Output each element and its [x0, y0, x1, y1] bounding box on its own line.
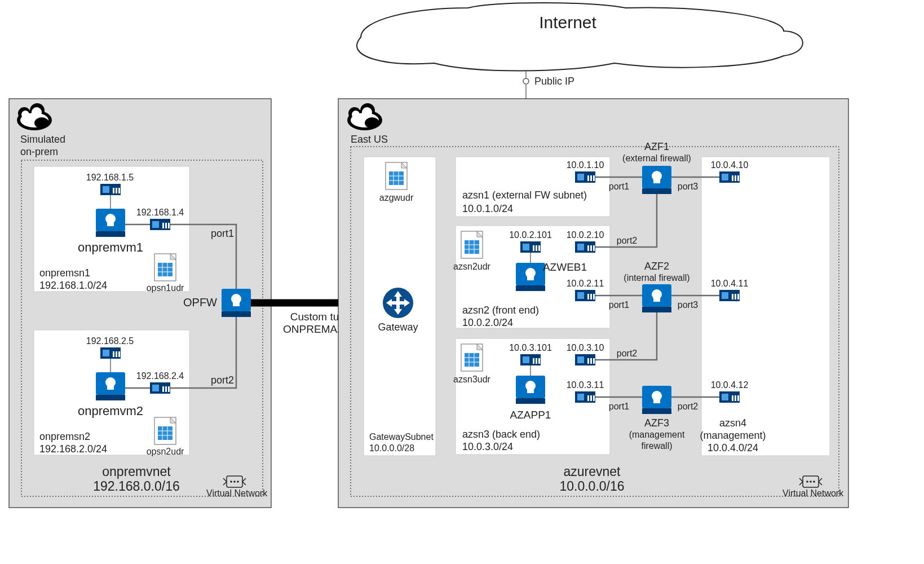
azf1-port2: port2	[617, 236, 638, 245]
svg-point-67	[813, 481, 815, 483]
azsn2-nicA: 10.0.2.101	[509, 230, 552, 240]
gwsub-cidr: 10.0.0.0/28	[369, 443, 414, 453]
svg-rect-146	[642, 307, 671, 312]
vm-icon	[642, 386, 671, 414]
svg-rect-125	[577, 356, 584, 363]
gwsub-name: GatewaySubnet	[369, 432, 434, 442]
gateway-label: Gateway	[378, 321, 418, 333]
svg-point-4	[21, 111, 29, 118]
svg-point-62	[362, 107, 372, 117]
svg-point-9	[233, 481, 236, 483]
svg-rect-99	[577, 244, 584, 250]
svg-rect-69	[389, 171, 404, 185]
azsn2-title: azsn2 (front end)	[462, 305, 539, 316]
svg-rect-76	[391, 301, 405, 305]
onpremsn2-cidr: 192.168.2.0/24	[39, 443, 107, 455]
nic-icon	[100, 347, 121, 359]
vm-icon	[642, 284, 671, 312]
azapp1-label: AZAPP1	[510, 409, 551, 421]
vm-icon	[516, 376, 545, 404]
svg-rect-19	[107, 221, 114, 226]
route-table-icon	[386, 162, 407, 190]
left-region-label2: on-prem	[20, 146, 58, 157]
svg-rect-164	[732, 395, 733, 401]
route-table-icon	[461, 231, 483, 258]
sn1-nicB-ip: 192.168.1.4	[136, 208, 184, 217]
svg-rect-91	[536, 245, 537, 251]
route-table-icon	[461, 344, 483, 371]
svg-rect-109	[465, 353, 479, 367]
azf1-name: AZF1	[644, 141, 669, 152]
svg-rect-56	[233, 301, 240, 306]
azf2-sub: (internal firewall)	[624, 273, 689, 283]
azf2-name: AZF2	[644, 261, 669, 272]
azsn1-title: azsn1 (external FW subnet)	[462, 190, 587, 201]
nic-icon	[575, 391, 595, 403]
svg-rect-13	[113, 188, 114, 193]
vm-icon	[222, 289, 251, 317]
opsn2udr-label: opsn2udr	[147, 447, 184, 456]
left-region-label1: Simulated	[20, 134, 65, 145]
svg-point-5	[32, 107, 42, 117]
azf3-port1: port1	[609, 402, 630, 411]
azsn2udr-label: azsn2udr	[453, 262, 490, 271]
azsn3-nicB: 10.0.3.10	[567, 343, 604, 352]
svg-rect-153	[732, 294, 733, 299]
azsn4-title: azsn4	[719, 417, 746, 429]
azsn4-nic2: 10.0.4.11	[711, 279, 749, 288]
svg-point-8	[230, 481, 232, 483]
azf2-port1: port1	[609, 300, 630, 310]
sn1-nicA-ip: 192.168.1.5	[86, 173, 134, 182]
svg-rect-80	[590, 175, 592, 181]
azf3-sub1: (management	[629, 430, 685, 439]
svg-rect-45	[168, 386, 170, 392]
svg-rect-43	[162, 386, 164, 392]
onpremsn1-name: onpremsn1	[39, 267, 90, 279]
svg-rect-133	[593, 395, 595, 401]
azurevnet-cidr: 10.0.0.0/16	[559, 479, 624, 493]
svg-rect-107	[593, 294, 595, 299]
svg-rect-33	[113, 351, 114, 357]
svg-rect-148	[653, 297, 660, 302]
svg-rect-157	[642, 408, 671, 414]
azsn2-nicB: 10.0.2.10	[567, 230, 604, 240]
svg-point-6	[34, 117, 49, 129]
svg-point-63	[365, 117, 379, 129]
route-table-icon	[154, 417, 176, 444]
onpremvm1-label: onpremvm1	[78, 240, 143, 254]
svg-rect-81	[593, 175, 595, 181]
vm-icon	[96, 372, 125, 400]
azsn2-nicC: 10.0.2.11	[567, 279, 604, 288]
azsn4-nic1: 10.0.4.10	[711, 160, 749, 170]
nic-icon	[719, 290, 740, 301]
svg-rect-123	[527, 388, 534, 393]
svg-rect-115	[523, 356, 529, 363]
nic-icon	[575, 171, 595, 183]
svg-rect-32	[103, 350, 109, 356]
svg-rect-14	[116, 188, 117, 193]
svg-rect-54	[222, 311, 251, 317]
svg-rect-90	[533, 245, 534, 251]
azsn4-nic3: 10.0.4.12	[711, 380, 749, 390]
svg-rect-105	[587, 294, 589, 299]
svg-rect-34	[116, 351, 117, 357]
opfw-port2: port2	[211, 374, 234, 386]
svg-rect-35	[118, 351, 120, 357]
azweb1-label: AZWEB1	[543, 261, 587, 273]
svg-rect-89	[523, 244, 529, 250]
svg-rect-102	[593, 245, 595, 251]
nic-icon	[150, 382, 170, 394]
nic-icon	[575, 290, 595, 301]
svg-rect-42	[152, 385, 159, 391]
svg-rect-24	[168, 223, 170, 228]
svg-rect-155	[737, 294, 739, 299]
svg-rect-106	[590, 294, 592, 299]
svg-rect-23	[165, 223, 167, 228]
azf1-sub: (external firewall)	[622, 153, 691, 163]
nic-icon	[575, 354, 595, 365]
svg-rect-152	[722, 292, 728, 299]
svg-rect-92	[538, 245, 540, 251]
nic-icon	[575, 241, 595, 253]
svg-rect-117	[536, 358, 537, 364]
svg-point-10	[237, 481, 239, 483]
